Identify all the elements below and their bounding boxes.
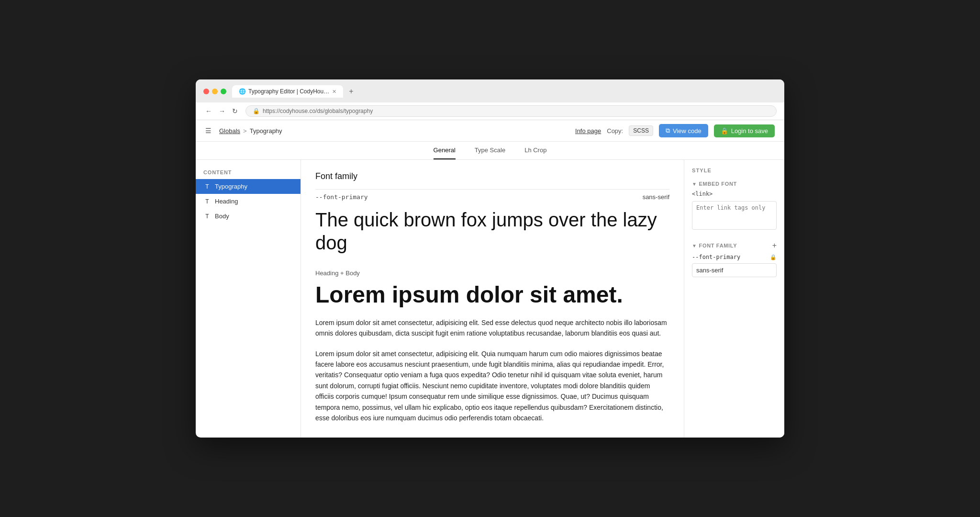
tab-close-icon[interactable]: ✕	[332, 89, 336, 95]
embed-font-textarea[interactable]	[692, 201, 777, 230]
embed-font-section: ▼ EMBED FONT <link>	[692, 181, 777, 232]
body-icon: T	[203, 213, 211, 220]
lorem-body-1: Lorem ipsum dolor sit amet consectetur, …	[315, 317, 669, 339]
link-tag-display: <link>	[692, 191, 777, 197]
tab-lh-crop[interactable]: Lh Crop	[524, 146, 546, 159]
breadcrumb-parent[interactable]: Globals	[219, 127, 240, 135]
close-traffic-light[interactable]	[203, 89, 209, 94]
copy-label: Copy:	[607, 127, 623, 135]
tab-title: Typography Editor | CodyHou…	[248, 88, 329, 95]
css-var-name: --font-primary	[315, 193, 368, 201]
add-font-family-button[interactable]: +	[772, 241, 777, 250]
font-family-section: ▼ FONT FAMILY + --font-primary 🔒	[692, 241, 777, 277]
font-value-input[interactable]	[692, 263, 777, 277]
sidebar-item-typography-label: Typography	[215, 183, 247, 190]
new-tab-button[interactable]: +	[345, 85, 357, 98]
menu-icon[interactable]: ☰	[205, 127, 212, 135]
css-var-value: sans-serif	[643, 193, 669, 201]
address-bar: ← → ↻ 🔒 https://codyhouse.co/ds/globals/…	[196, 102, 784, 120]
tab-navigation: General Type Scale Lh Crop	[196, 142, 784, 160]
typography-icon: T	[203, 183, 211, 190]
sidebar: CONTENT T Typography T Heading T Body	[196, 160, 301, 438]
sidebar-item-heading-label: Heading	[215, 198, 238, 205]
tab-bar: 🌐 Typography Editor | CodyHou… ✕ +	[232, 85, 357, 98]
sidebar-section-label: CONTENT	[196, 169, 301, 179]
main-layout: CONTENT T Typography T Heading T Body Fo…	[196, 160, 784, 438]
breadcrumb: Globals > Typography	[219, 127, 282, 135]
title-bar: 🌐 Typography Editor | CodyHou… ✕ +	[196, 79, 784, 102]
font-var-name: --font-primary	[692, 254, 740, 260]
url-text: https://codyhouse.co/ds/globals/typograp…	[263, 108, 373, 114]
font-family-section-label: ▼ FONT FAMILY	[692, 243, 737, 248]
breadcrumb-separator: >	[243, 127, 247, 135]
content-area: Font family --font-primary sans-serif Th…	[301, 160, 684, 438]
lock-icon: 🔒	[770, 254, 777, 260]
lorem-heading: Lorem ipsum dolor sit amet.	[315, 282, 669, 308]
embed-font-label: ▼ EMBED FONT	[692, 181, 737, 187]
breadcrumb-current: Typography	[250, 127, 282, 135]
minimize-traffic-light[interactable]	[212, 89, 218, 94]
maximize-traffic-light[interactable]	[221, 89, 226, 94]
heading-body-label: Heading + Body	[315, 270, 669, 277]
login-button[interactable]: 🔒 Login to save	[714, 124, 775, 137]
sidebar-item-typography[interactable]: T Typography	[196, 179, 301, 194]
traffic-lights	[203, 89, 226, 94]
style-panel-title: STYLE	[692, 168, 777, 173]
heading-icon: T	[203, 198, 211, 205]
codyhouse-favicon-icon: 🌐	[239, 88, 245, 95]
app-toolbar: ☰ Globals > Typography Info page Copy: S…	[196, 120, 784, 142]
toolbar-right: Info page Copy: SCSS ⧉ View code 🔒 Login…	[575, 124, 775, 137]
forward-button[interactable]: →	[217, 106, 227, 116]
chevron-down-icon-2: ▼	[692, 243, 697, 248]
info-page-link[interactable]: Info page	[575, 127, 601, 135]
sidebar-item-heading[interactable]: T Heading	[196, 194, 301, 209]
tab-general[interactable]: General	[434, 146, 456, 159]
font-preview-text: The quick brown fox jumps over the lazy …	[315, 208, 669, 254]
sidebar-item-body-label: Body	[215, 213, 229, 220]
browser-tab[interactable]: 🌐 Typography Editor | CodyHou… ✕	[232, 85, 343, 98]
url-bar[interactable]: 🔒 https://codyhouse.co/ds/globals/typogr…	[245, 105, 777, 117]
save-icon: 🔒	[721, 127, 728, 135]
chevron-down-icon: ▼	[692, 181, 697, 187]
lorem-body-2: Lorem ipsum dolor sit amet consectetur, …	[315, 348, 669, 424]
style-panel: STYLE ▼ EMBED FONT <link> ▼ FONT FAMILY	[684, 160, 784, 438]
lock-icon: 🔒	[253, 108, 260, 114]
tab-type-scale[interactable]: Type Scale	[475, 146, 505, 159]
scss-badge[interactable]: SCSS	[629, 125, 653, 136]
css-var-row: --font-primary sans-serif	[315, 189, 669, 204]
font-family-title: Font family	[315, 171, 669, 181]
reload-button[interactable]: ↻	[230, 106, 240, 116]
sidebar-item-body[interactable]: T Body	[196, 209, 301, 224]
nav-buttons: ← → ↻	[203, 106, 240, 116]
view-code-button[interactable]: ⧉ View code	[659, 124, 708, 137]
code-icon: ⧉	[666, 127, 670, 135]
var-name-row: --font-primary 🔒	[692, 254, 777, 260]
browser-window: 🌐 Typography Editor | CodyHou… ✕ + ← → ↻…	[196, 79, 784, 438]
back-button[interactable]: ←	[203, 106, 214, 116]
